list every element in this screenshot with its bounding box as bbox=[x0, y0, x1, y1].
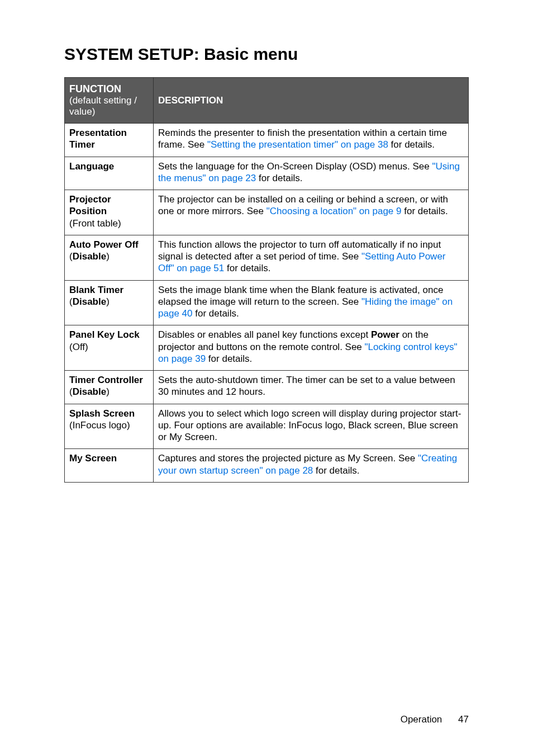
description-text-post: for details. bbox=[313, 465, 359, 476]
table-row: Blank Timer(Disable)Sets the image blank… bbox=[65, 280, 469, 325]
description-text: Allows you to select which logo screen w… bbox=[158, 408, 461, 443]
function-setting: (InFocus logo) bbox=[69, 420, 130, 431]
description-text-post: for details. bbox=[206, 353, 252, 364]
header-function: FUNCTION (default setting / value) bbox=[65, 78, 154, 124]
header-description: DESCRIPTION bbox=[154, 78, 469, 124]
table-row: Presentation TimerReminds the presenter … bbox=[65, 124, 469, 157]
function-name: Blank Timer bbox=[69, 284, 149, 296]
function-cell: Language bbox=[65, 157, 154, 190]
cross-reference-link[interactable]: "Choosing a location" on page 9 bbox=[266, 206, 402, 216]
function-setting: (Disable) bbox=[69, 296, 110, 307]
page-title: SYSTEM SETUP: Basic menu bbox=[64, 45, 469, 64]
description-text: Sets the language for the On-Screen Disp… bbox=[158, 161, 432, 172]
function-name: Language bbox=[69, 160, 149, 172]
function-cell: Projector Position(Front table) bbox=[65, 190, 154, 235]
table-row: Splash Screen(InFocus logo)Allows you to… bbox=[65, 404, 469, 449]
description-text: Sets the auto-shutdown timer. The timer … bbox=[158, 375, 455, 397]
description-text-post: for details. bbox=[401, 206, 448, 216]
function-cell: Blank Timer(Disable) bbox=[65, 280, 154, 325]
function-name: Timer Controller bbox=[69, 374, 149, 386]
function-name: Presentation Timer bbox=[69, 127, 149, 151]
description-cell: The projector can be installed on a ceil… bbox=[154, 190, 469, 235]
table-row: Timer Controller(Disable)Sets the auto-s… bbox=[65, 371, 469, 404]
function-cell: Auto Power Off(Disable) bbox=[65, 235, 154, 280]
settings-table: FUNCTION (default setting / value) DESCR… bbox=[64, 77, 469, 483]
function-name: My Screen bbox=[69, 452, 149, 464]
description-cell: Sets the language for the On-Screen Disp… bbox=[154, 157, 469, 190]
description-text-post: for details. bbox=[193, 308, 239, 319]
function-setting: (Disable) bbox=[69, 386, 110, 397]
cross-reference-link[interactable]: "Setting the presentation timer" on page… bbox=[207, 139, 388, 150]
description-text-post: for details. bbox=[256, 173, 302, 183]
description-cell: Reminds the presenter to finish the pres… bbox=[154, 124, 469, 157]
function-name: Panel Key Lock bbox=[69, 329, 149, 341]
function-cell: Presentation Timer bbox=[65, 124, 154, 157]
table-row: LanguageSets the language for the On-Scr… bbox=[65, 157, 469, 190]
footer-page-number: 47 bbox=[458, 714, 469, 725]
description-cell: Allows you to select which logo screen w… bbox=[154, 404, 469, 449]
description-text: Disables or enables all panel key functi… bbox=[158, 329, 371, 340]
function-name: Projector Position bbox=[69, 193, 149, 218]
table-row: Panel Key Lock(Off)Disables or enables a… bbox=[65, 325, 469, 371]
function-name: Splash Screen bbox=[69, 408, 149, 419]
table-row: Auto Power Off(Disable)This function all… bbox=[65, 235, 469, 280]
function-setting: (Disable) bbox=[69, 251, 110, 262]
function-name: Auto Power Off bbox=[69, 239, 149, 251]
description-text-post: for details. bbox=[388, 139, 435, 150]
description-cell: This function allows the projector to tu… bbox=[154, 235, 469, 280]
function-cell: Timer Controller(Disable) bbox=[65, 371, 154, 404]
description-cell: Disables or enables all panel key functi… bbox=[154, 325, 469, 371]
description-text-post: for details. bbox=[224, 263, 270, 273]
function-cell: Panel Key Lock(Off) bbox=[65, 325, 154, 371]
table-row: Projector Position(Front table)The proje… bbox=[65, 190, 469, 235]
function-setting: (Off) bbox=[69, 342, 88, 352]
description-cell: Sets the auto-shutdown timer. The timer … bbox=[154, 371, 469, 404]
table-row: My ScreenCaptures and stores the project… bbox=[65, 449, 469, 483]
function-cell: My Screen bbox=[65, 449, 154, 483]
footer-section: Operation bbox=[401, 714, 442, 725]
description-text: Captures and stores the projected pictur… bbox=[158, 453, 418, 464]
description-bold: Power bbox=[371, 329, 399, 340]
page-footer: Operation 47 bbox=[401, 714, 469, 725]
description-cell: Captures and stores the projected pictur… bbox=[154, 449, 469, 483]
function-cell: Splash Screen(InFocus logo) bbox=[65, 404, 154, 449]
function-setting: (Front table) bbox=[69, 218, 121, 229]
description-cell: Sets the image blank time when the Blank… bbox=[154, 280, 469, 325]
